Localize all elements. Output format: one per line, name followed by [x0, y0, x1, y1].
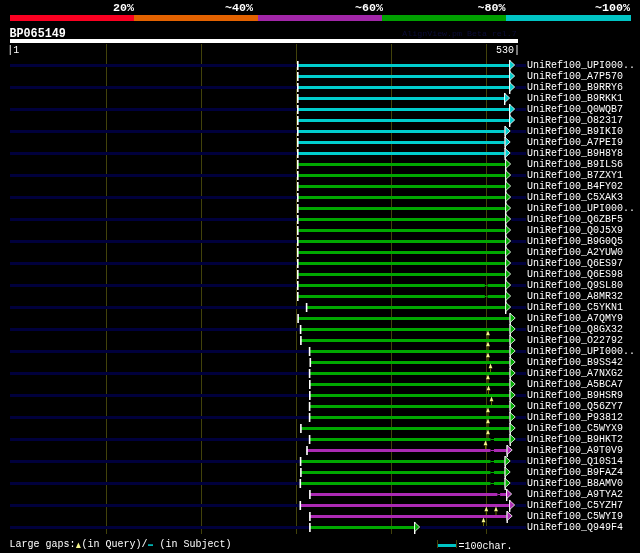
svg-text:UniRef100_P93812: UniRef100_P93812	[527, 412, 623, 423]
svg-text:UniRef100_C5YZH7: UniRef100_C5YZH7	[527, 500, 623, 511]
svg-text:UniRef100_Q6ES98: UniRef100_Q6ES98	[527, 269, 623, 280]
svg-text:UniRef100_Q0J5X9: UniRef100_Q0J5X9	[527, 225, 623, 236]
svg-text:UniRef100_UPI000..: UniRef100_UPI000..	[527, 203, 635, 214]
svg-text:~60%: ~60%	[355, 1, 384, 15]
svg-text:UniRef100_B4FY02: UniRef100_B4FY02	[527, 181, 623, 192]
svg-text:UniRef100_Q56ZY7: UniRef100_Q56ZY7	[527, 401, 623, 412]
svg-text:UniRef100_A9TYA2: UniRef100_A9TYA2	[527, 489, 623, 500]
svg-text:UniRef100_Q9SL80: UniRef100_Q9SL80	[527, 280, 623, 291]
svg-text:(in Subject): (in Subject)	[153, 539, 231, 550]
svg-text:~40%: ~40%	[225, 1, 254, 15]
svg-text:UniRef100_C5WYX9: UniRef100_C5WYX9	[527, 423, 623, 434]
svg-text:UniRef100_UPI000..: UniRef100_UPI000..	[527, 346, 635, 357]
svg-text:~100%: ~100%	[595, 1, 631, 15]
svg-text:UniRef100_O82317: UniRef100_O82317	[527, 115, 623, 126]
svg-text:UniRef100_A7PEI9: UniRef100_A7PEI9	[527, 137, 623, 148]
svg-text:UniRef100_B9SS42: UniRef100_B9SS42	[527, 357, 623, 368]
svg-text:UniRef100_B9H8Y8: UniRef100_B9H8Y8	[527, 148, 623, 159]
svg-text:UniRef100_B9G0Q5: UniRef100_B9G0Q5	[527, 236, 623, 247]
svg-text:UniRef100_Q6ES97: UniRef100_Q6ES97	[527, 258, 623, 269]
svg-text:UniRef100_B9FAZ4: UniRef100_B9FAZ4	[527, 467, 623, 478]
svg-text:UniRef100_A5BCA7: UniRef100_A5BCA7	[527, 379, 623, 390]
svg-text:|1: |1	[7, 45, 19, 56]
svg-text:UniRef100_A7NXG2: UniRef100_A7NXG2	[527, 368, 623, 379]
svg-text:UniRef100_B9HSR9: UniRef100_B9HSR9	[527, 390, 623, 401]
svg-text:UniRef100_B9IKI0: UniRef100_B9IKI0	[527, 126, 623, 137]
svg-text:UniRef100_B9RKK1: UniRef100_B9RKK1	[527, 93, 623, 104]
svg-text:UniRef100_B7ZXY1: UniRef100_B7ZXY1	[527, 170, 623, 181]
svg-text:530|: 530|	[496, 45, 520, 56]
svg-text:UniRef100_A9T0V9: UniRef100_A9T0V9	[527, 445, 623, 456]
svg-text:UniRef100_Q0WQB7: UniRef100_Q0WQB7	[527, 104, 623, 115]
svg-text:20%: 20%	[113, 1, 135, 15]
svg-text:UniRef100_C5WYI9: UniRef100_C5WYI9	[527, 511, 623, 522]
svg-text:UniRef100_UPI000..: UniRef100_UPI000..	[527, 60, 635, 71]
svg-text:UniRef100_Q949F4: UniRef100_Q949F4	[527, 522, 623, 533]
svg-text:UniRef100_B8AMV0: UniRef100_B8AMV0	[527, 478, 623, 489]
svg-text:UniRef100_O22792: UniRef100_O22792	[527, 335, 623, 346]
svg-text:UniRef100_Q6ZBF5: UniRef100_Q6ZBF5	[527, 214, 623, 225]
svg-text:UniRef100_C5YKN1: UniRef100_C5YKN1	[527, 302, 623, 313]
svg-text:UniRef100_B9ILS6: UniRef100_B9ILS6	[527, 159, 623, 170]
svg-text:AlignView.pm Beta rel.7: AlignView.pm Beta rel.7	[402, 30, 517, 38]
svg-text:=100char.: =100char.	[459, 541, 513, 552]
svg-text:UniRef100_Q8GX32: UniRef100_Q8GX32	[527, 324, 623, 335]
svg-text:Large gaps:: Large gaps:	[9, 539, 81, 550]
svg-text:UniRef100_Q10S14: UniRef100_Q10S14	[527, 456, 623, 467]
svg-text:UniRef100_A7P570: UniRef100_A7P570	[527, 71, 623, 82]
svg-text:UniRef100_A8MR32: UniRef100_A8MR32	[527, 291, 623, 302]
svg-text:(in Query)/: (in Query)/	[81, 539, 147, 550]
svg-text:UniRef100_B9HKT2: UniRef100_B9HKT2	[527, 434, 623, 445]
svg-text:UniRef100_B9RRY6: UniRef100_B9RRY6	[527, 82, 623, 93]
svg-text:BP065149: BP065149	[9, 27, 66, 41]
svg-text:UniRef100_C5XAK3: UniRef100_C5XAK3	[527, 192, 623, 203]
svg-text:UniRef100_A2YUW0: UniRef100_A2YUW0	[527, 247, 623, 258]
svg-text:UniRef100_A7QMY9: UniRef100_A7QMY9	[527, 313, 623, 324]
svg-text:~80%: ~80%	[478, 1, 507, 15]
